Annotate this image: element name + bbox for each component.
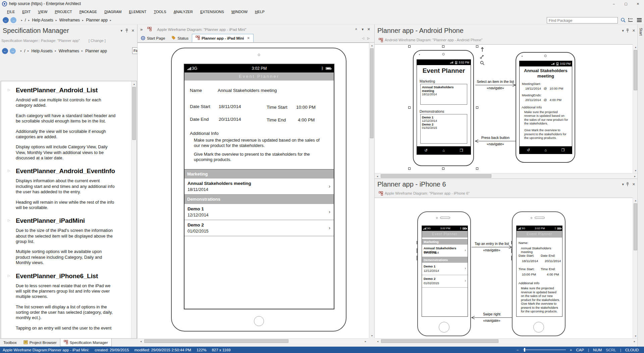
change-package-link[interactable]: [ Change ] [89, 39, 106, 43]
scrollbar-thumb[interactable] [381, 174, 491, 178]
zoom-slider[interactable] [523, 350, 566, 350]
scroll-right-icon[interactable]: ► [363, 339, 368, 344]
dock-tab-start[interactable]: Start [639, 28, 643, 36]
pin-icon[interactable] [125, 28, 128, 34]
time-start-value[interactable]: 10:00 PM [296, 105, 316, 110]
tab-close-icon[interactable]: ✕ [247, 36, 250, 40]
selection-handle[interactable] [476, 167, 478, 170]
spec-filter-input[interactable] [132, 47, 138, 54]
scroll-right-icon[interactable]: ► [632, 173, 638, 179]
hamburger-menu-icon[interactable] [637, 18, 642, 24]
zoom-out-icon[interactable]: − [517, 348, 519, 352]
name-value[interactable]: Annual Stakeholders meeting [218, 88, 277, 93]
chevrons-icon[interactable]: » [140, 27, 143, 32]
pin-icon[interactable] [626, 182, 629, 188]
spec-section-title[interactable]: EventPlanner_iPhone6_List [16, 272, 116, 280]
spec-breadcrumb-root[interactable]: / [22, 49, 27, 53]
panel-dropdown-icon[interactable]: ▾ [622, 182, 624, 187]
panel-horizontal-scrollbar[interactable]: ◄ ► [375, 173, 638, 179]
iphone-list-wireframe[interactable]: 3G 3:02 PM ᛒ Event Planner Marketing Ann… [417, 211, 471, 336]
expand-arrow-icon[interactable]: ▷ [8, 218, 10, 222]
scroll-left-icon[interactable]: ◄ [375, 173, 380, 179]
menu-package[interactable]: PACKAGE [76, 8, 101, 15]
scrollbar-thumb[interactable] [634, 50, 637, 90]
list-item[interactable]: Demo 2 01/02/2015 › [422, 275, 468, 288]
spec-paragraph[interactable]: Android will use multiple list controls … [16, 97, 117, 108]
spec-breadcrumb-wireframes[interactable]: Wireframes [57, 49, 81, 53]
spec-paragraph[interactable]: Multiple sorting options will be availab… [16, 249, 117, 265]
zoom-in-icon[interactable]: + [570, 348, 572, 352]
navigate-connector[interactable]: Tap an entry in the list «navigate» [472, 242, 512, 252]
date-end-value[interactable]: 20/11/2014 [219, 117, 241, 122]
tab-start-page[interactable]: Start Page [138, 34, 168, 42]
browse-details-icon[interactable] [628, 18, 633, 24]
scrollbar-thumb[interactable] [381, 339, 498, 343]
group-box-demonstrations[interactable]: Demo 1 12/12/2014 Demo 2 01/02/2015 [420, 114, 467, 144]
spec-paragraph[interactable]: Heading will remain in view while the re… [16, 200, 117, 211]
nav-forward-button[interactable]: → [10, 17, 16, 23]
spec-forward-button[interactable]: → [10, 48, 16, 54]
menu-extensions[interactable]: EXTENSIONS [197, 8, 228, 15]
spec-section-title[interactable]: EventPlanner_iPadMini [16, 217, 116, 224]
date-start-value[interactable]: 18/11/2014 [219, 104, 241, 109]
breadcrumb-planner-app[interactable]: Planner app [84, 18, 109, 22]
selection-handle[interactable] [408, 106, 411, 109]
expand-arrow-icon[interactable]: ▷ [8, 88, 10, 92]
list-item[interactable]: Demo 2 01/02/2015 › [184, 220, 334, 236]
panel-horizontal-scrollbar[interactable]: ◄ ► [375, 338, 637, 344]
android-detail-phone-wireframe[interactable]: 3:02 PM Annual Stakeholders meeting Meet… [516, 52, 575, 163]
move-arrow-icon[interactable] [480, 47, 485, 52]
spec-back-button[interactable]: ← [2, 48, 8, 54]
pin-icon[interactable] [626, 28, 629, 34]
scrollbar-thumb[interactable] [634, 203, 637, 250]
spec-vertical-scrollbar[interactable]: ▲ ▼ [131, 81, 137, 338]
spec-section-title[interactable]: EventPlanner_Android_EventInfo [16, 167, 116, 175]
menu-help[interactable]: HELP [251, 8, 268, 15]
search-icon[interactable] [621, 17, 626, 24]
diagram-close-icon[interactable]: ✕ [367, 27, 370, 32]
time-end-value[interactable]: 4:00 PM [298, 117, 315, 122]
scroll-down-icon[interactable]: ▼ [369, 333, 375, 338]
panel-dropdown-icon[interactable]: ▾ [622, 29, 624, 33]
menu-project[interactable]: PROJECT [51, 8, 75, 15]
selection-handle[interactable] [476, 45, 478, 48]
selection-handle[interactable] [442, 167, 444, 170]
bottom-tab-toolbox[interactable]: Toolbox [0, 339, 20, 347]
tab-scroll-left-icon[interactable]: ◁ [362, 37, 364, 40]
windowshade-icon[interactable]: » [354, 28, 358, 30]
list-item[interactable]: Demo 1 12/12/2014 › [422, 263, 468, 275]
spec-paragraph[interactable]: Tapping on an entry will send the user t… [16, 325, 117, 331]
zoom-slider-thumb[interactable] [524, 348, 525, 352]
expand-arrow-icon[interactable]: ▷ [8, 169, 10, 172]
menu-diagram[interactable]: DIAGRAM [101, 8, 125, 15]
android-diagram-canvas[interactable]: 3:02 PM Event Planner Marketing Annual S… [375, 44, 633, 173]
spec-paragraph[interactable]: Due to the size of the iPad's screen the… [16, 228, 117, 244]
scrollbar-thumb[interactable] [370, 48, 374, 138]
quick-linker-icon[interactable] [480, 54, 485, 59]
maximize-button[interactable]: ▢ [620, 0, 632, 7]
selection-handle[interactable] [408, 45, 411, 48]
spec-breadcrumb-planner-app[interactable]: Planner app [84, 49, 109, 53]
diagram-horizontal-scrollbar[interactable]: ◄ ► [138, 338, 368, 344]
iphone-detail-wireframe[interactable]: 3G 3:02 PM ᛒ Event Planner Name: Annual … [512, 211, 566, 336]
scrollbar-thumb[interactable] [144, 339, 288, 343]
scroll-up-icon[interactable]: ▲ [369, 43, 375, 48]
close-button[interactable]: ✕ [632, 0, 644, 7]
spec-paragraph[interactable]: Each category will have a standard label… [16, 113, 117, 124]
panel-close-icon[interactable]: ✕ [632, 182, 635, 187]
diagram-vertical-scrollbar[interactable]: ▲ ▼ [369, 43, 374, 338]
find-package-input[interactable] [547, 17, 618, 23]
diagram-canvas[interactable]: 3G 3:02 PM ᛒ Event Planner Name Annual S… [138, 43, 369, 338]
expand-arrow-icon[interactable]: ▷ [8, 274, 10, 278]
minimize-button[interactable]: – [608, 0, 620, 7]
selection-handle[interactable] [408, 167, 411, 170]
list-item[interactable]: Demo 1 12/12/2014 › [184, 204, 334, 220]
scroll-right-icon[interactable]: ► [632, 339, 637, 344]
breadcrumb-wireframes[interactable]: Wireframes [58, 18, 82, 22]
navigate-connector[interactable]: Select an item in the list «navigate» [475, 80, 516, 90]
tab-status[interactable]: Status [168, 34, 192, 42]
spec-paragraph[interactable]: Displays information about the current e… [16, 178, 117, 195]
menu-edit[interactable]: EDIT [18, 8, 34, 15]
spec-paragraph[interactable]: Due to less screen real estate that on t… [16, 283, 117, 300]
menu-view[interactable]: VIEW [34, 8, 51, 15]
